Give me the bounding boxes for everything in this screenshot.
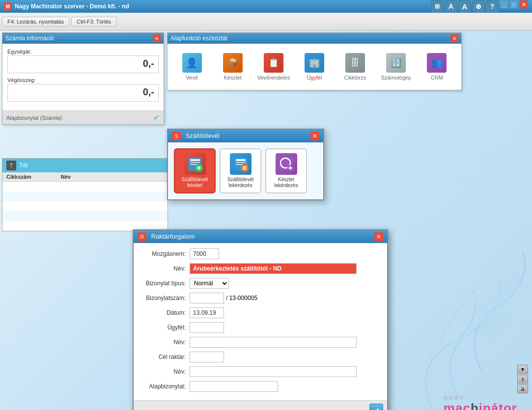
tet-title: Tét [19, 162, 28, 169]
svg-rect-11 [236, 162, 246, 163]
szamla-close-btn[interactable]: ✕ [153, 34, 161, 42]
vevo-btn[interactable]: 👤 Vevő [172, 49, 211, 85]
alapfunkcio-close-btn[interactable]: ✕ [450, 34, 458, 42]
vegosszeg-label: Végösszeg: [7, 77, 159, 83]
ugyfel-input[interactable] [190, 322, 224, 333]
cel-raktar-input[interactable] [190, 352, 224, 362]
checkmark-icon[interactable]: ✔ [153, 113, 160, 122]
title-bar: M Nagy Machinátor szerver - Demó kft. - … [0, 0, 532, 13]
svg-rect-4 [190, 162, 200, 163]
vevorendeles-btn[interactable]: 📋 Vevőrendelés [254, 49, 293, 85]
tet-table-header: Cikkszám Név [2, 172, 168, 182]
raktarforgalom-dialog: R Raktárforgalom ✕ Mozgásnem: Név: Bizon… [133, 229, 388, 410]
raktarforgalom-footer: ✔ [134, 400, 387, 410]
close-btn[interactable]: ✕ [519, 0, 528, 9]
app-icon: M [4, 2, 12, 10]
svg-rect-19 [290, 166, 291, 170]
ugyfel-label: Ügyfél: [140, 324, 190, 331]
ugyfel-label: Ügyfél [307, 75, 322, 81]
nev3-input[interactable] [190, 366, 357, 377]
szamologep-label: Számológép [381, 75, 411, 81]
cikktorzs-btn[interactable]: 🗄 Cikktörzs [336, 49, 375, 85]
grid-icon-btn[interactable]: ⊞ [431, 0, 444, 13]
list-item [2, 211, 168, 221]
egysegar-row: Egységár: 0,- [7, 49, 159, 73]
ugyfel-btn[interactable]: 🏢 Ügyfél [295, 49, 334, 85]
mozgasnem-row: Mozgásnem: [140, 248, 380, 260]
mozgasnem-input[interactable] [190, 248, 219, 259]
szamla-panel-titlebar: Számla információ ✕ [2, 33, 164, 44]
szall-felvitel-btn[interactable]: Szállítólevélfelvétel [174, 148, 216, 193]
raktarforgalom-title: Raktárforgalom [151, 233, 195, 240]
plus-circle-btn[interactable]: ⊕ [472, 0, 485, 13]
tet-list [2, 182, 168, 231]
raktarforgalom-close-btn[interactable]: ✕ [374, 232, 383, 241]
egysegar-value: 0,- [7, 55, 159, 73]
ugyfel-icon: 🏢 [305, 53, 324, 73]
bizonylatszam-label: Bizonylatszám: [140, 295, 190, 301]
tet-col-nev: Név [61, 174, 71, 180]
szallitolevel-content: Szállítólevélfelvétel Szállítólevéllekér… [168, 142, 323, 199]
szamologep-icon: 🔢 [386, 53, 406, 73]
minimize-btn[interactable]: _ [500, 0, 508, 9]
tet-header: T Tét [2, 159, 168, 172]
bizonylatszam-row: Bizonylatszám: / 13-000005 [140, 292, 380, 304]
tet-panel: T Tét Cikkszám Név [2, 158, 168, 231]
keszlet-lekerdezas-label: Készletlekérdezés [274, 177, 298, 189]
szall-lekerdezas-label: Szállítólevéllekérdezés [227, 177, 253, 189]
cikktorzs-icon: 🗄 [345, 53, 365, 73]
svg-rect-10 [236, 159, 246, 161]
svg-rect-8 [198, 166, 199, 170]
nev-input[interactable] [190, 263, 357, 274]
scroll-panel: ▼ ⇓ ⇊ [517, 365, 528, 393]
bizonylat-tipus-row: Bizonylat típus: Normál [140, 277, 380, 289]
alapbizonylat-input[interactable] [190, 381, 278, 392]
raktarforgalom-ok-btn[interactable]: ✔ [369, 404, 383, 410]
bizonylat-tipus-select[interactable]: Normál [190, 278, 229, 289]
maximize-btn[interactable]: □ [509, 0, 518, 9]
window-title: Nagy Machinátor szerver - Demó kft. - nd [15, 3, 129, 10]
nev-label: Név: [140, 265, 190, 272]
logo-area: NAGY machinátor [444, 395, 517, 410]
datum-input[interactable] [190, 307, 224, 318]
szall-lekerdezas-icon [230, 153, 252, 175]
keszlet-label: Készlet [224, 75, 242, 81]
svg-rect-12 [236, 164, 243, 165]
logo-machinator-text: machinátor [444, 401, 517, 410]
torles-button[interactable]: Ctrl-F3: Törlés [71, 17, 116, 27]
scroll-down-btn[interactable]: ▼ [517, 365, 528, 374]
vevorendeles-label: Vevőrendelés [257, 75, 290, 81]
szall-lekerdezas-btn[interactable]: Szállítólevéllekérdezés [220, 148, 261, 193]
vegosszeg-row: Végösszeg: 0,- [7, 77, 159, 102]
keszlet-icon: 📦 [223, 53, 243, 73]
nev2-row: Név: [140, 336, 380, 348]
tet-col-cikkszam: Cikkszám [6, 174, 31, 180]
logo-h: h [471, 401, 479, 410]
bizonylatszam-input[interactable] [190, 293, 224, 303]
szallitolevel-close-btn[interactable]: ✕ [310, 132, 319, 140]
keszlet-lekerdezas-btn[interactable]: Készletlekérdezés [265, 148, 307, 193]
keszlet-btn[interactable]: 📦 Készlet [213, 49, 252, 85]
crm-label: CRM [431, 75, 443, 81]
help-btn[interactable]: ? [486, 0, 499, 13]
nev2-input[interactable] [190, 337, 357, 348]
szallitolevel-dialog: S Szállítólevél ✕ [167, 129, 324, 200]
crm-btn[interactable]: 👥 CRM [418, 49, 456, 85]
cikktorzs-label: Cikktörzs [344, 75, 366, 81]
svg-point-1 [503, 268, 522, 302]
scroll-bottom-btn[interactable]: ⇊ [517, 384, 528, 393]
cel-raktar-label: Cél raktár: [140, 354, 190, 360]
font-larger-btn[interactable]: A [458, 0, 471, 13]
scroll-down-fast-btn[interactable]: ⇓ [517, 375, 528, 383]
vevo-label: Vevő [186, 75, 197, 81]
datum-row: Dátum: [140, 307, 380, 319]
szamologep-btn[interactable]: 🔢 Számológép [377, 49, 416, 85]
svg-point-0 [478, 290, 507, 339]
szallitolevel-dialog-icon: S [172, 132, 181, 140]
alapfunkcio-title: Alapfunkció eszköztár [170, 35, 228, 42]
lezaras-nyomtatas-button[interactable]: F4: Lezárás, nyomtatás [2, 17, 69, 27]
nev-row: Név: [140, 263, 380, 274]
font-icon-btn[interactable]: A [445, 0, 457, 13]
bizonylat-tipus-label: Bizonylat típus: [140, 280, 190, 287]
bizonylatszam-slash: / 13-000005 [226, 295, 257, 301]
